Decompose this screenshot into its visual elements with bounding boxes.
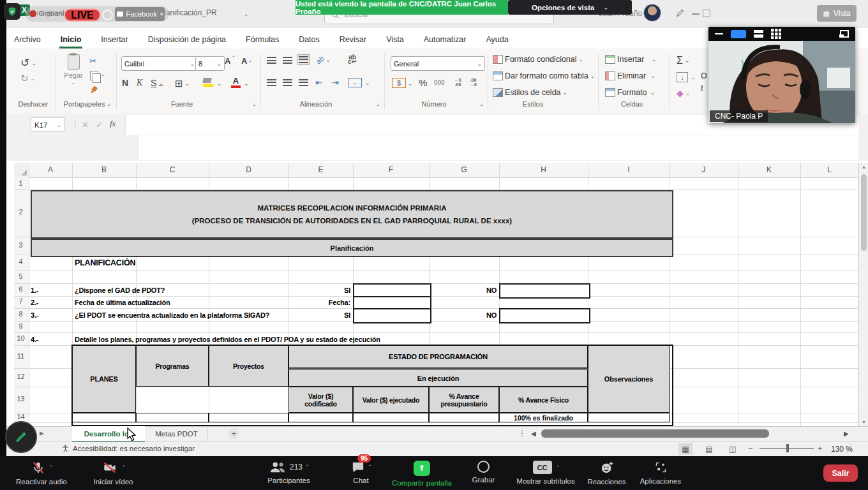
alignment-dialog-launcher[interactable]: ⌟ bbox=[377, 100, 379, 107]
tab-datos[interactable]: Datos bbox=[297, 32, 321, 48]
tab-automatizar[interactable]: Automatizar bbox=[423, 32, 468, 48]
restore-icon[interactable] bbox=[703, 10, 710, 17]
font-name-select[interactable]: Calibri⌄ bbox=[121, 56, 198, 71]
wrap-text-button[interactable]: abc↩ bbox=[348, 55, 357, 64]
hscroll-left-icon[interactable]: ◀ bbox=[531, 430, 536, 437]
number-format-select[interactable]: General⌄ bbox=[391, 56, 485, 71]
align-bottom-button[interactable] bbox=[297, 54, 310, 65]
table-cell-avance-fisico-note[interactable]: 100% es finalizado bbox=[499, 413, 588, 422]
bold-button[interactable]: N bbox=[122, 78, 128, 88]
tab-revisar[interactable]: Revisar bbox=[338, 32, 368, 48]
status-accessibility[interactable]: Accesibilidad: es necesario investigar bbox=[73, 445, 195, 452]
col-header-L[interactable]: L bbox=[800, 165, 858, 174]
add-sheet-button[interactable]: + bbox=[228, 428, 239, 439]
formula-input-expanded[interactable] bbox=[139, 135, 858, 160]
q3-no-box[interactable] bbox=[499, 308, 590, 323]
video-gallery-view-icon[interactable] bbox=[771, 29, 781, 39]
video-minimize-icon[interactable] bbox=[715, 33, 723, 35]
align-left-button[interactable] bbox=[267, 79, 276, 86]
font-color-button[interactable]: A bbox=[231, 76, 241, 88]
font-size-select[interactable]: 8⌄ bbox=[195, 56, 225, 71]
q1-no-box[interactable] bbox=[499, 283, 590, 299]
row-header-13[interactable]: 13 bbox=[14, 395, 27, 403]
col-header-I[interactable]: I bbox=[588, 165, 670, 174]
accounting-format-button[interactable]: $ bbox=[392, 78, 406, 88]
insert-cells-button[interactable]: Insertar⌄ bbox=[605, 55, 656, 64]
view-options-button[interactable]: Opciones de vista ⌄ bbox=[508, 0, 632, 15]
tab-formulas[interactable]: Fórmulas bbox=[244, 32, 280, 48]
tab-ayuda[interactable]: Ayuda bbox=[484, 32, 509, 48]
number-dialog-launcher[interactable]: ⌟ bbox=[480, 100, 483, 107]
sheet-nav-arrow-icon[interactable]: ▶ bbox=[40, 430, 44, 436]
record-button[interactable]: Grabar bbox=[463, 461, 504, 484]
decrease-indent-button[interactable]: ⇤ bbox=[315, 78, 322, 87]
copy-button[interactable] bbox=[90, 71, 98, 80]
format-painter-button[interactable] bbox=[89, 84, 100, 96]
row-header-8[interactable]: 8 bbox=[14, 310, 27, 318]
table-cell-ejecutado-r14[interactable] bbox=[353, 413, 429, 422]
row-header-6[interactable]: 6 bbox=[14, 285, 27, 293]
horizontal-scroll-thumb[interactable] bbox=[541, 429, 769, 438]
format-as-table-button[interactable]: Dar formato como tabla⌄ bbox=[493, 71, 595, 80]
stream-platform-button[interactable]: Facebook ▾ bbox=[115, 7, 165, 21]
video-options-chevron[interactable]: ˆ bbox=[123, 464, 124, 471]
decrease-decimal-button[interactable]: .00→0 bbox=[470, 78, 477, 87]
chat-chevron[interactable]: ˆ bbox=[369, 464, 371, 470]
row-header-9[interactable]: 9 bbox=[14, 322, 27, 330]
row-header-12[interactable]: 12 bbox=[14, 373, 27, 380]
row-header-11[interactable]: 11 bbox=[14, 352, 27, 360]
fill-color-button[interactable] bbox=[203, 78, 213, 87]
font-color-chevron[interactable]: ⌄ bbox=[244, 80, 249, 87]
italic-button[interactable]: K bbox=[137, 78, 142, 88]
page-break-view-button[interactable]: ◫ bbox=[726, 443, 740, 455]
accounting-chevron[interactable]: ⌄ bbox=[408, 80, 413, 87]
row-header-2[interactable]: 2 bbox=[14, 208, 27, 216]
cut-button[interactable]: ✂ bbox=[89, 56, 96, 66]
col-header-A[interactable]: A bbox=[29, 165, 72, 174]
col-header-J[interactable]: J bbox=[670, 165, 738, 174]
video-active-view-icon[interactable] bbox=[731, 30, 746, 38]
unmute-button[interactable]: ˆ Reactivar audio bbox=[6, 461, 77, 486]
row-header-5[interactable]: 5 bbox=[14, 272, 27, 280]
underline-button[interactable]: S⌄ bbox=[151, 78, 163, 88]
scroll-up-icon[interactable]: ▲ bbox=[862, 165, 866, 169]
increase-decimal-button[interactable]: ←0.00 bbox=[454, 78, 461, 87]
col-header-C[interactable]: C bbox=[136, 165, 209, 174]
fx-icon[interactable]: fx bbox=[110, 119, 116, 129]
avatar[interactable] bbox=[643, 4, 661, 22]
format-cells-button[interactable]: Formato⌄ bbox=[605, 88, 655, 97]
row-header-4[interactable]: 4 bbox=[14, 258, 27, 265]
undo-button[interactable]: ↺⌄ bbox=[20, 56, 36, 70]
vista-button[interactable]: ▦ Vista bbox=[817, 5, 857, 22]
tab-inicio[interactable]: Inicio bbox=[59, 32, 83, 48]
tab-vista[interactable]: Vista bbox=[385, 32, 405, 48]
pen-icon[interactable] bbox=[675, 8, 685, 20]
select-all-corner[interactable] bbox=[14, 163, 29, 177]
tab-options-dots-icon[interactable]: ⋮ bbox=[518, 429, 526, 438]
tab-disposicion[interactable]: Disposición de página bbox=[147, 32, 227, 48]
table-cell-presupuestario-r14[interactable] bbox=[429, 413, 499, 422]
minimize-icon[interactable] bbox=[692, 13, 700, 15]
redo-button[interactable]: ↻⌄ bbox=[20, 73, 35, 84]
start-video-button[interactable]: ˆ Iniciar vídeo bbox=[80, 461, 147, 486]
row-header-14[interactable]: 14 bbox=[14, 413, 27, 420]
cancel-entry-icon[interactable]: ✕ bbox=[82, 120, 89, 130]
name-box[interactable]: K17 ⌄ bbox=[31, 117, 65, 132]
video-speaker-view-icon[interactable] bbox=[754, 30, 763, 38]
mic-options-chevron[interactable]: ˆ bbox=[50, 464, 52, 471]
annotate-pencil-button[interactable] bbox=[5, 421, 37, 453]
fill-chevron[interactable]: ⌄ bbox=[691, 74, 696, 80]
col-header-D[interactable]: D bbox=[209, 165, 288, 174]
scroll-down-icon[interactable]: ▼ bbox=[862, 420, 866, 424]
merge-chevron[interactable]: ⌄ bbox=[365, 80, 370, 86]
hscroll-right-icon[interactable]: ▶ bbox=[844, 430, 849, 437]
clipboard-dialog-launcher[interactable]: ⌟ bbox=[107, 100, 110, 107]
clear-button[interactable]: ◆⌄ bbox=[677, 88, 690, 98]
col-header-K[interactable]: K bbox=[738, 165, 800, 174]
comma-style-button[interactable]: 000 bbox=[434, 79, 445, 86]
zoom-slider-thumb[interactable] bbox=[786, 444, 789, 452]
align-right-button[interactable] bbox=[299, 79, 308, 86]
orientation-button[interactable]: ab⌄ bbox=[316, 56, 331, 64]
row-header-7[interactable]: 7 bbox=[14, 297, 27, 305]
table-cell-observaciones-r14[interactable] bbox=[588, 413, 670, 422]
